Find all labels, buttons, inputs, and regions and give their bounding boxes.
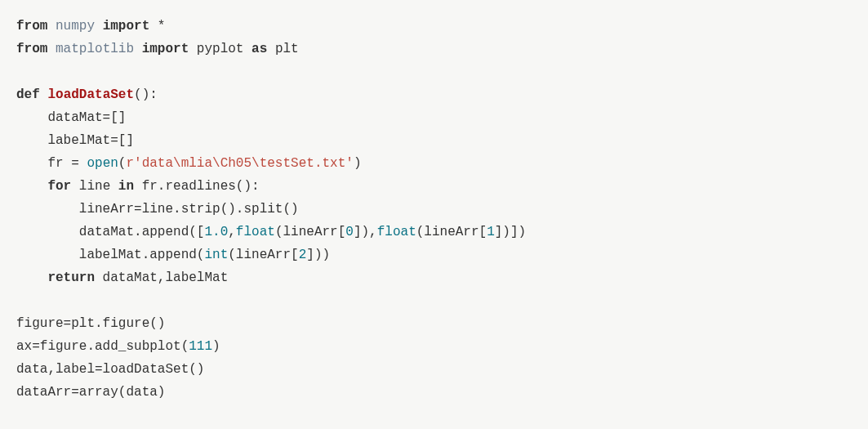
line-4: def loadDataSet(): [16,87,158,102]
line-var: line [71,179,118,194]
line-16: data,label=loadDataSet() [16,362,204,377]
line-2: from matplotlib import pyplot as plt [16,42,299,56]
prefix: ax=figure.add_subplot( [16,339,189,354]
index: 0 [345,225,354,239]
module-numpy: numpy [56,19,95,34]
suffix: ) [212,339,220,354]
indent [16,179,47,194]
paren: (): [134,87,158,102]
keyword-from: from [16,19,47,34]
paren: (lineArr[ [228,248,298,262]
index: 2 [299,248,307,262]
line-17: dataArr=array(data) [16,385,165,400]
keyword-from: from [16,42,47,56]
keyword-in: in [118,179,134,194]
comma: , [228,225,236,239]
rest: fr.readlines(): [134,179,260,194]
line-1: from numpy import * [16,19,165,34]
line-15: ax=figure.add_subplot(111) [16,339,220,354]
keyword-import: import [142,42,189,56]
line-9: lineArr=line.strip().split() [16,202,299,217]
prefix: labelMat.append( [16,248,204,262]
builtin-float: float [236,225,275,239]
rparen: ) [354,156,362,171]
rest: dataMat,labelMat [95,270,228,285]
string-literal: r'data\mlia\Ch05\testSet.txt' [126,156,353,171]
pyplot: pyplot [197,42,244,56]
paren: ])) [306,248,330,262]
line-6: labelMat=[] [16,133,134,148]
indent [16,270,47,285]
index: 1 [487,225,495,239]
lparen: ( [118,156,127,171]
prefix: dataMat.append([ [16,225,204,239]
number: 111 [189,339,212,354]
keyword-as: as [251,42,267,56]
line-8: for line in fr.readlines(): [16,179,260,194]
function-name: loadDataSet [47,87,134,102]
line-7: fr = open(r'data\mlia\Ch05\testSet.txt') [16,156,362,171]
keyword-import: import [103,19,150,34]
line-10: dataMat.append([1.0,float(lineArr[0]),fl… [16,225,526,239]
star: * [158,19,166,34]
line-11: labelMat.append(int(lineArr[2])) [16,248,330,262]
paren: (lineArr[ [416,225,487,239]
paren: (lineArr[ [275,225,345,239]
paren: ])]) [495,225,526,239]
line-12: return dataMat,labelMat [16,270,228,285]
module-matplotlib: matplotlib [56,42,134,56]
line-5: dataMat=[] [16,110,126,125]
number: 1.0 [204,225,228,239]
keyword-for: for [47,179,71,194]
prefix: fr = [16,156,87,171]
keyword-return: return [47,270,95,285]
builtin-open: open [87,156,118,171]
code-block: from numpy import * from matplotlib impo… [16,15,852,404]
plt: plt [275,42,299,56]
builtin-float: float [377,225,416,239]
line-14: figure=plt.figure() [16,316,165,331]
keyword-def: def [16,87,40,102]
paren: ]), [354,225,377,239]
builtin-int: int [204,248,228,262]
